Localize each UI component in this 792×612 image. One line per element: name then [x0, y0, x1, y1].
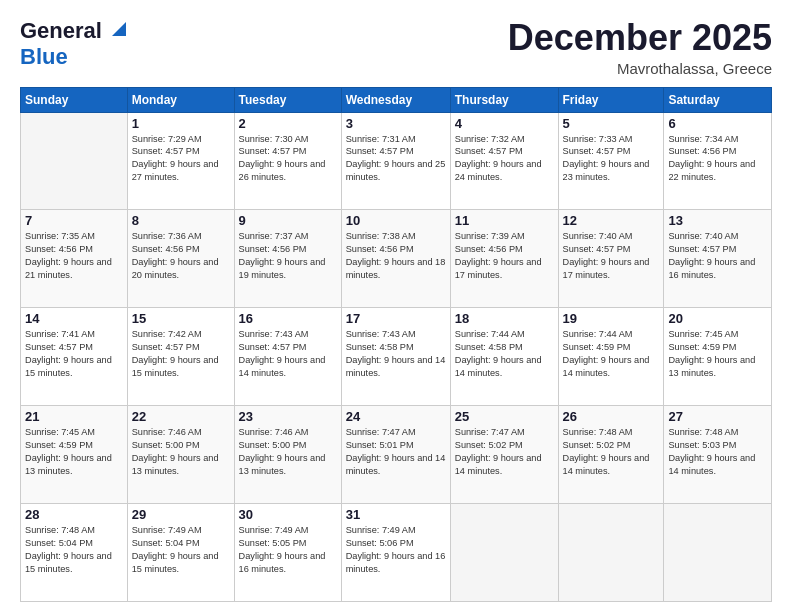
day-number: 26: [563, 409, 660, 424]
day-info: Sunrise: 7:36 AM Sunset: 4:56 PM Dayligh…: [132, 230, 230, 282]
day-info: Sunrise: 7:32 AM Sunset: 4:57 PM Dayligh…: [455, 133, 554, 185]
day-cell: 17 Sunrise: 7:43 AM Sunset: 4:58 PM Dayl…: [341, 308, 450, 406]
weekday-header-row: SundayMondayTuesdayWednesdayThursdayFrid…: [21, 87, 772, 112]
day-number: 29: [132, 507, 230, 522]
day-info: Sunrise: 7:46 AM Sunset: 5:00 PM Dayligh…: [132, 426, 230, 478]
day-cell: 10 Sunrise: 7:38 AM Sunset: 4:56 PM Dayl…: [341, 210, 450, 308]
day-number: 28: [25, 507, 123, 522]
day-cell: 26 Sunrise: 7:48 AM Sunset: 5:02 PM Dayl…: [558, 406, 664, 504]
day-number: 19: [563, 311, 660, 326]
day-number: 17: [346, 311, 446, 326]
day-info: Sunrise: 7:40 AM Sunset: 4:57 PM Dayligh…: [668, 230, 767, 282]
day-number: 10: [346, 213, 446, 228]
day-number: 22: [132, 409, 230, 424]
day-cell: 24 Sunrise: 7:47 AM Sunset: 5:01 PM Dayl…: [341, 406, 450, 504]
logo-triangle-icon: [108, 18, 130, 40]
week-row-2: 7 Sunrise: 7:35 AM Sunset: 4:56 PM Dayli…: [21, 210, 772, 308]
weekday-wednesday: Wednesday: [341, 87, 450, 112]
day-cell: 11 Sunrise: 7:39 AM Sunset: 4:56 PM Dayl…: [450, 210, 558, 308]
day-cell: [21, 112, 128, 210]
day-cell: 4 Sunrise: 7:32 AM Sunset: 4:57 PM Dayli…: [450, 112, 558, 210]
day-cell: 8 Sunrise: 7:36 AM Sunset: 4:56 PM Dayli…: [127, 210, 234, 308]
day-cell: 12 Sunrise: 7:40 AM Sunset: 4:57 PM Dayl…: [558, 210, 664, 308]
logo-blue: Blue: [20, 44, 68, 69]
day-info: Sunrise: 7:37 AM Sunset: 4:56 PM Dayligh…: [239, 230, 337, 282]
day-info: Sunrise: 7:49 AM Sunset: 5:04 PM Dayligh…: [132, 524, 230, 576]
day-number: 12: [563, 213, 660, 228]
day-info: Sunrise: 7:38 AM Sunset: 4:56 PM Dayligh…: [346, 230, 446, 282]
page: General Blue December 2025 Mavrothalassa…: [0, 0, 792, 612]
day-cell: [558, 504, 664, 602]
weekday-friday: Friday: [558, 87, 664, 112]
week-row-1: 1 Sunrise: 7:29 AM Sunset: 4:57 PM Dayli…: [21, 112, 772, 210]
day-info: Sunrise: 7:35 AM Sunset: 4:56 PM Dayligh…: [25, 230, 123, 282]
day-number: 14: [25, 311, 123, 326]
day-info: Sunrise: 7:41 AM Sunset: 4:57 PM Dayligh…: [25, 328, 123, 380]
day-cell: 9 Sunrise: 7:37 AM Sunset: 4:56 PM Dayli…: [234, 210, 341, 308]
day-info: Sunrise: 7:42 AM Sunset: 4:57 PM Dayligh…: [132, 328, 230, 380]
day-cell: 3 Sunrise: 7:31 AM Sunset: 4:57 PM Dayli…: [341, 112, 450, 210]
day-info: Sunrise: 7:30 AM Sunset: 4:57 PM Dayligh…: [239, 133, 337, 185]
day-number: 21: [25, 409, 123, 424]
day-info: Sunrise: 7:47 AM Sunset: 5:02 PM Dayligh…: [455, 426, 554, 478]
day-cell: 22 Sunrise: 7:46 AM Sunset: 5:00 PM Dayl…: [127, 406, 234, 504]
weekday-saturday: Saturday: [664, 87, 772, 112]
day-cell: 7 Sunrise: 7:35 AM Sunset: 4:56 PM Dayli…: [21, 210, 128, 308]
day-cell: 15 Sunrise: 7:42 AM Sunset: 4:57 PM Dayl…: [127, 308, 234, 406]
svg-marker-0: [112, 22, 126, 36]
day-info: Sunrise: 7:43 AM Sunset: 4:58 PM Dayligh…: [346, 328, 446, 380]
day-info: Sunrise: 7:39 AM Sunset: 4:56 PM Dayligh…: [455, 230, 554, 282]
day-info: Sunrise: 7:44 AM Sunset: 4:59 PM Dayligh…: [563, 328, 660, 380]
day-info: Sunrise: 7:48 AM Sunset: 5:04 PM Dayligh…: [25, 524, 123, 576]
day-cell: 30 Sunrise: 7:49 AM Sunset: 5:05 PM Dayl…: [234, 504, 341, 602]
day-info: Sunrise: 7:47 AM Sunset: 5:01 PM Dayligh…: [346, 426, 446, 478]
day-cell: 18 Sunrise: 7:44 AM Sunset: 4:58 PM Dayl…: [450, 308, 558, 406]
calendar-table: SundayMondayTuesdayWednesdayThursdayFrid…: [20, 87, 772, 602]
day-info: Sunrise: 7:29 AM Sunset: 4:57 PM Dayligh…: [132, 133, 230, 185]
day-info: Sunrise: 7:44 AM Sunset: 4:58 PM Dayligh…: [455, 328, 554, 380]
day-number: 13: [668, 213, 767, 228]
day-number: 8: [132, 213, 230, 228]
day-info: Sunrise: 7:40 AM Sunset: 4:57 PM Dayligh…: [563, 230, 660, 282]
day-cell: 5 Sunrise: 7:33 AM Sunset: 4:57 PM Dayli…: [558, 112, 664, 210]
day-info: Sunrise: 7:48 AM Sunset: 5:03 PM Dayligh…: [668, 426, 767, 478]
day-number: 30: [239, 507, 337, 522]
day-number: 2: [239, 116, 337, 131]
title-block: December 2025 Mavrothalassa, Greece: [508, 18, 772, 77]
day-info: Sunrise: 7:33 AM Sunset: 4:57 PM Dayligh…: [563, 133, 660, 185]
week-row-5: 28 Sunrise: 7:48 AM Sunset: 5:04 PM Dayl…: [21, 504, 772, 602]
day-info: Sunrise: 7:49 AM Sunset: 5:06 PM Dayligh…: [346, 524, 446, 576]
weekday-monday: Monday: [127, 87, 234, 112]
header: General Blue December 2025 Mavrothalassa…: [20, 18, 772, 77]
day-cell: 2 Sunrise: 7:30 AM Sunset: 4:57 PM Dayli…: [234, 112, 341, 210]
day-info: Sunrise: 7:31 AM Sunset: 4:57 PM Dayligh…: [346, 133, 446, 185]
day-info: Sunrise: 7:45 AM Sunset: 4:59 PM Dayligh…: [25, 426, 123, 478]
day-cell: 14 Sunrise: 7:41 AM Sunset: 4:57 PM Dayl…: [21, 308, 128, 406]
day-cell: 16 Sunrise: 7:43 AM Sunset: 4:57 PM Dayl…: [234, 308, 341, 406]
day-cell: 25 Sunrise: 7:47 AM Sunset: 5:02 PM Dayl…: [450, 406, 558, 504]
day-info: Sunrise: 7:43 AM Sunset: 4:57 PM Dayligh…: [239, 328, 337, 380]
day-cell: 13 Sunrise: 7:40 AM Sunset: 4:57 PM Dayl…: [664, 210, 772, 308]
day-number: 20: [668, 311, 767, 326]
weekday-thursday: Thursday: [450, 87, 558, 112]
day-cell: 29 Sunrise: 7:49 AM Sunset: 5:04 PM Dayl…: [127, 504, 234, 602]
day-number: 5: [563, 116, 660, 131]
day-cell: 28 Sunrise: 7:48 AM Sunset: 5:04 PM Dayl…: [21, 504, 128, 602]
day-number: 27: [668, 409, 767, 424]
weekday-sunday: Sunday: [21, 87, 128, 112]
day-number: 16: [239, 311, 337, 326]
day-number: 11: [455, 213, 554, 228]
day-cell: 23 Sunrise: 7:46 AM Sunset: 5:00 PM Dayl…: [234, 406, 341, 504]
weekday-tuesday: Tuesday: [234, 87, 341, 112]
day-cell: 20 Sunrise: 7:45 AM Sunset: 4:59 PM Dayl…: [664, 308, 772, 406]
day-cell: 31 Sunrise: 7:49 AM Sunset: 5:06 PM Dayl…: [341, 504, 450, 602]
day-number: 6: [668, 116, 767, 131]
day-cell: 1 Sunrise: 7:29 AM Sunset: 4:57 PM Dayli…: [127, 112, 234, 210]
day-number: 9: [239, 213, 337, 228]
day-number: 24: [346, 409, 446, 424]
day-cell: 21 Sunrise: 7:45 AM Sunset: 4:59 PM Dayl…: [21, 406, 128, 504]
day-number: 15: [132, 311, 230, 326]
day-cell: [450, 504, 558, 602]
day-info: Sunrise: 7:49 AM Sunset: 5:05 PM Dayligh…: [239, 524, 337, 576]
day-number: 4: [455, 116, 554, 131]
